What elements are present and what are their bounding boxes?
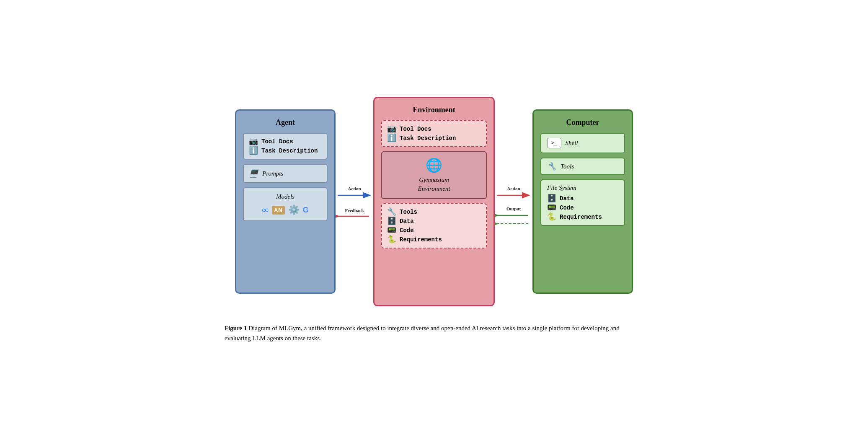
- computer-title: Computer: [540, 118, 625, 127]
- connector-env-computer: Action Output: [495, 174, 532, 229]
- meta-logo: ∞: [262, 204, 269, 215]
- agent-box: Agent 📷 Tool Docs ℹ️ Task Description 🖥️…: [235, 109, 336, 294]
- computer-shell-card: >_ Shell: [540, 133, 625, 153]
- req-icon: 🐍: [387, 236, 396, 243]
- caption-text: Diagram of MLGym, a unified framework de…: [225, 325, 620, 342]
- computer-shell-label: Shell: [566, 140, 578, 147]
- wrench-icon: 🔧: [547, 163, 556, 170]
- svg-text:Action: Action: [507, 186, 520, 191]
- env-task-desc-row: ℹ️ Task Description: [387, 135, 481, 142]
- google-logo: G: [303, 206, 309, 215]
- connector-agent-env: Action Feedback: [336, 174, 373, 229]
- svg-text:Output: Output: [506, 206, 521, 211]
- arrows-svg-agent-env: Action Feedback: [336, 174, 373, 229]
- python-icon: 🐍: [547, 213, 556, 221]
- computer-data-label: Data: [560, 195, 574, 202]
- computer-req-label: Requirements: [560, 214, 602, 220]
- computer-fs-title: File System: [547, 184, 618, 192]
- anthropic-logo: AN: [272, 206, 285, 215]
- figure-caption: Figure 1 Diagram of MLGym, a unified fra…: [225, 323, 643, 343]
- env-resources-card: 🔧 Tools 🗄️ Data 📟 Code 🐍 Requirements: [381, 203, 487, 248]
- db-icon: 🗄️: [547, 195, 556, 202]
- env-data-row: 🗄️ Data: [387, 217, 481, 225]
- env-task-desc-label: Task Description: [400, 135, 456, 142]
- env-req-row: 🐍 Requirements: [387, 236, 481, 243]
- env-tools-row: 🔧 Tools: [387, 208, 481, 216]
- code-icon: 📟: [387, 227, 396, 234]
- environment-box: Environment 📷 Tool Docs ℹ️ Task Descript…: [373, 97, 495, 306]
- data-icon: 🗄️: [387, 217, 396, 225]
- agent-tool-docs-label: Tool Docs: [261, 138, 293, 145]
- env-tool-docs-row: 📷 Tool Docs: [387, 125, 481, 133]
- info-icon: ℹ️: [249, 147, 258, 155]
- gym-icon: 🌐: [387, 157, 481, 173]
- camera-icon: 📷: [249, 138, 258, 145]
- info-icon2: ℹ️: [387, 135, 396, 142]
- computer-data-row: 🗄️ Data: [547, 195, 618, 202]
- environment-title: Environment: [381, 106, 487, 114]
- gym-label: GymnasiumEnvironment: [387, 176, 481, 193]
- code-icon2: 📟: [547, 204, 556, 212]
- agent-prompts-label: Prompts: [262, 170, 283, 177]
- computer-code-row: 📟 Code: [547, 204, 618, 212]
- gear-monitor-icon: 🖥️: [249, 170, 258, 177]
- computer-req-row: 🐍 Requirements: [547, 213, 618, 221]
- computer-tools-card: 🔧 Tools: [540, 158, 625, 175]
- agent-prompts-card: 🖥️ Prompts: [243, 164, 328, 183]
- tools-icon: 🔧: [387, 208, 396, 216]
- env-req-label: Requirements: [400, 236, 442, 243]
- terminal-icon: >_: [547, 138, 561, 148]
- agent-info-card: 📷 Tool Docs ℹ️ Task Description: [243, 133, 328, 160]
- agent-models-title: Models: [248, 193, 323, 200]
- agent-title: Agent: [243, 118, 328, 127]
- env-data-label: Data: [400, 218, 414, 225]
- models-logos-row: ∞ AN ⚙️ G: [248, 204, 323, 215]
- diagram-wrapper: Agent 📷 Tool Docs ℹ️ Task Description 🖥️…: [225, 97, 643, 343]
- agent-models-card: Models ∞ AN ⚙️ G: [243, 187, 328, 221]
- svg-text:Action: Action: [348, 186, 361, 191]
- env-info-card: 📷 Tool Docs ℹ️ Task Description: [381, 120, 487, 147]
- arrows-svg-env-computer: Action Output: [495, 174, 532, 229]
- openai-logo: ⚙️: [288, 204, 300, 215]
- env-tools-label: Tools: [400, 209, 417, 215]
- figure-label: Figure 1: [225, 325, 247, 331]
- svg-text:Feedback: Feedback: [345, 208, 364, 213]
- env-code-label: Code: [400, 227, 414, 234]
- computer-fs-card: File System 🗄️ Data 📟 Code 🐍 Requirement…: [540, 179, 625, 226]
- gymnasium-card: 🌐 GymnasiumEnvironment: [381, 151, 487, 199]
- env-code-row: 📟 Code: [387, 227, 481, 234]
- computer-code-label: Code: [560, 204, 574, 211]
- agent-task-desc-label: Task Description: [261, 148, 318, 154]
- diagram-row: Agent 📷 Tool Docs ℹ️ Task Description 🖥️…: [225, 97, 643, 306]
- agent-tool-docs-row: 📷 Tool Docs: [249, 138, 322, 145]
- computer-tools-label: Tools: [561, 163, 574, 170]
- env-tool-docs-label: Tool Docs: [400, 126, 431, 132]
- computer-box: Computer >_ Shell 🔧 Tools File System 🗄️…: [532, 109, 633, 294]
- camera-icon2: 📷: [387, 125, 396, 133]
- agent-task-desc-row: ℹ️ Task Description: [249, 147, 322, 155]
